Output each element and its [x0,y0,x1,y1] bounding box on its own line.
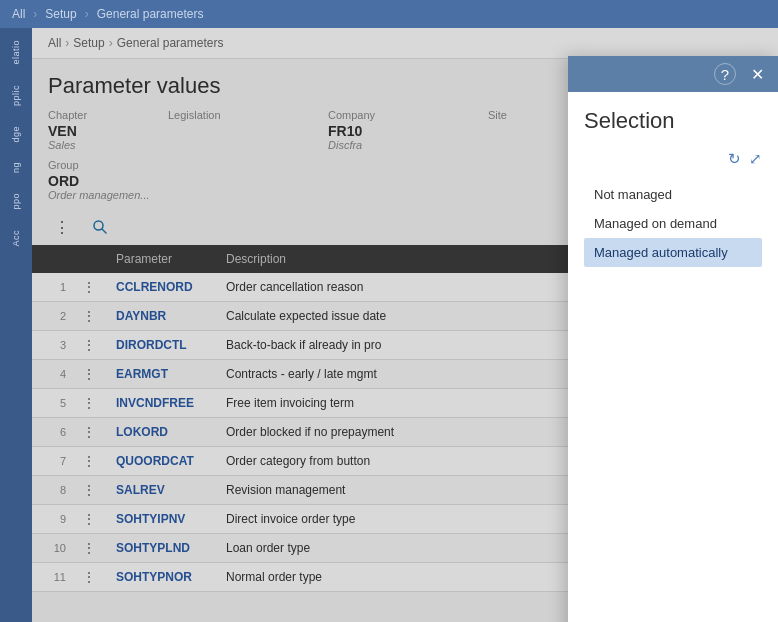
sidebar-item-dge[interactable]: dge [11,122,21,147]
selection-popup: ? ✕ Selection ↻ ⤢ Not managedManaged on … [568,56,778,622]
topbar-general-params[interactable]: General parameters [97,7,204,21]
popup-header: ? ✕ [568,56,778,92]
expand-icon[interactable]: ⤢ [749,150,762,168]
close-icon[interactable]: ✕ [746,63,768,85]
popup-toolbar: ↻ ⤢ [584,150,762,168]
sidebar: elatio pplic dge ng ppo Acc [0,28,32,622]
main-content: All › Setup › General parameters Paramet… [32,28,778,622]
refresh-icon[interactable]: ↻ [728,150,741,168]
sidebar-item-acc[interactable]: Acc [11,226,21,251]
popup-body: Selection ↻ ⤢ Not managedManaged on dema… [568,92,778,622]
selection-title: Selection [584,108,762,134]
topbar-all[interactable]: All [12,7,25,21]
selection-list: Not managedManaged on demandManaged auto… [584,180,762,267]
help-icon[interactable]: ? [714,63,736,85]
selection-item[interactable]: Managed automatically [584,238,762,267]
sidebar-item-ng[interactable]: ng [11,158,21,177]
selection-item[interactable]: Not managed [584,180,762,209]
sidebar-item-pplic[interactable]: pplic [11,81,21,110]
sep1: › [33,7,37,21]
sidebar-item-elatio[interactable]: elatio [11,36,21,69]
selection-item[interactable]: Managed on demand [584,209,762,238]
topbar-setup[interactable]: Setup [45,7,76,21]
sidebar-item-ppo[interactable]: ppo [11,189,21,214]
sep2: › [85,7,89,21]
top-nav-bar: All › Setup › General parameters [0,0,778,28]
